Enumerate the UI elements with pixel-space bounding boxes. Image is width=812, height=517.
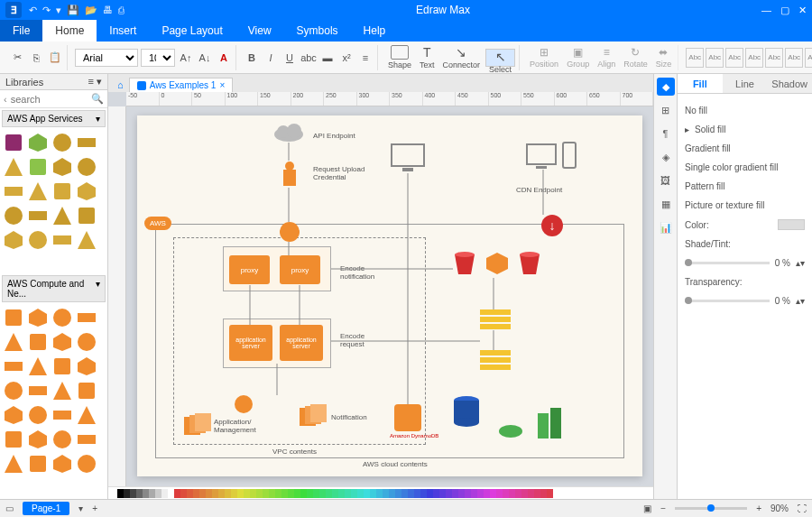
library-shape[interactable] [27, 331, 49, 353]
color-chip[interactable] [427, 489, 433, 498]
color-chip[interactable] [332, 489, 338, 498]
rotate-tool[interactable]: ↻Rotate [621, 46, 651, 69]
fill-option[interactable]: Pattern fill [685, 177, 805, 196]
library-shape[interactable] [3, 307, 24, 328]
library-shape[interactable] [76, 429, 97, 450]
style-swatch[interactable]: Abc [686, 48, 704, 68]
color-chip[interactable] [307, 489, 313, 498]
open-icon[interactable]: 📂 [85, 5, 97, 16]
color-chip[interactable] [446, 489, 452, 498]
color-chip[interactable] [225, 489, 231, 498]
library-shape[interactable] [51, 132, 73, 153]
search-icon[interactable]: 🔍 [91, 93, 104, 105]
maximize-icon[interactable]: ▢ [780, 5, 789, 16]
chart-panel-icon[interactable]: 📊 [657, 218, 675, 236]
library-shape[interactable] [3, 156, 24, 178]
undo-icon[interactable]: ↶ [29, 5, 37, 16]
library-shape[interactable] [76, 380, 97, 402]
zoom-out-icon[interactable]: − [660, 503, 666, 513]
qat-dropdown-icon[interactable]: ▾ [56, 5, 61, 16]
tab-fill[interactable]: Fill [678, 74, 723, 93]
style-swatch[interactable]: Abc [805, 48, 812, 68]
minimize-icon[interactable]: — [761, 5, 771, 16]
fill-option[interactable]: Picture or texture fill [685, 196, 805, 215]
group-tool[interactable]: ▣Group [564, 46, 592, 69]
color-chip[interactable] [237, 489, 244, 498]
color-chip[interactable] [161, 489, 168, 498]
color-chip[interactable] [414, 489, 420, 498]
library-shape[interactable] [76, 156, 97, 178]
color-chip[interactable] [364, 489, 370, 498]
library-shape[interactable] [51, 331, 73, 353]
color-chip[interactable] [124, 489, 130, 498]
fit-icon[interactable]: ▣ [643, 503, 651, 513]
library-shape[interactable] [3, 355, 24, 377]
font-color-icon[interactable]: A [216, 50, 232, 66]
library-shape[interactable] [3, 180, 24, 202]
library-shape[interactable] [27, 380, 49, 402]
library-shape[interactable] [3, 404, 24, 426]
save-icon[interactable]: 💾 [67, 5, 79, 16]
shade-slider[interactable] [685, 262, 770, 264]
color-chip[interactable] [458, 489, 465, 498]
color-chip[interactable] [155, 489, 161, 498]
menu-page-layout[interactable]: Page Layout [149, 20, 235, 42]
library-shape[interactable] [27, 355, 49, 377]
color-chip[interactable] [452, 489, 458, 498]
highlight-icon[interactable]: ▬ [319, 50, 336, 66]
library-shape[interactable] [51, 180, 73, 202]
color-chip[interactable] [490, 489, 496, 498]
category-aws-app[interactable]: AWS App Services▾ [2, 110, 106, 127]
color-chip[interactable] [294, 489, 300, 498]
tab-home-icon[interactable]: ⌂ [112, 78, 129, 92]
font-name-select[interactable]: Arial [75, 49, 138, 67]
menu-insert[interactable]: Insert [97, 20, 149, 42]
shape-tool[interactable]: Shape [385, 45, 414, 69]
cut-icon[interactable]: ✂ [9, 50, 25, 66]
library-shape[interactable] [27, 429, 49, 450]
menu-home[interactable]: Home [42, 20, 97, 42]
library-shape[interactable] [3, 331, 24, 353]
color-chip[interactable] [174, 489, 180, 498]
color-chip[interactable] [149, 489, 155, 498]
library-shape[interactable] [51, 229, 73, 251]
export-icon[interactable]: ⎙ [118, 5, 125, 16]
library-shape[interactable] [27, 205, 49, 226]
canvas[interactable]: AWS cloud contents AWS VPC contents API … [126, 106, 653, 486]
color-chip[interactable] [357, 489, 364, 498]
color-chip[interactable] [263, 489, 269, 498]
color-chip[interactable] [288, 489, 294, 498]
color-chip[interactable] [395, 489, 401, 498]
library-shape[interactable] [51, 404, 73, 426]
appserver-node[interactable]: application server [280, 325, 323, 361]
library-shape[interactable] [76, 404, 97, 426]
image-panel-icon[interactable]: 🖼 [657, 171, 675, 189]
position-tool[interactable]: ⊞Position [527, 46, 561, 69]
tab-shadow[interactable]: Shadow [767, 74, 812, 93]
color-chip[interactable] [465, 489, 471, 498]
color-chip[interactable] [547, 489, 553, 498]
library-shape[interactable] [3, 429, 24, 450]
library-shape[interactable] [76, 205, 97, 226]
connector-tool[interactable]: ↘Connector [440, 45, 484, 69]
menu-symbols[interactable]: Symbols [284, 20, 351, 42]
stepper-icon[interactable]: ▴▾ [796, 296, 805, 306]
color-chip[interactable] [420, 489, 427, 498]
redo-icon[interactable]: ↷ [42, 5, 51, 16]
underline-icon[interactable]: U [281, 50, 298, 66]
color-chip[interactable] [370, 489, 376, 498]
color-chip[interactable] [351, 489, 357, 498]
color-chip[interactable] [484, 489, 490, 498]
menu-view[interactable]: View [235, 20, 284, 42]
library-shape[interactable] [27, 132, 49, 153]
library-shape[interactable] [76, 229, 97, 251]
color-chip[interactable] [250, 489, 256, 498]
appserver-node[interactable]: application server [229, 325, 272, 361]
para-panel-icon[interactable]: ¶ [657, 125, 675, 143]
close-icon[interactable]: ✕ [798, 5, 807, 16]
library-shape[interactable] [51, 380, 73, 402]
table-panel-icon[interactable]: ▦ [657, 195, 675, 213]
library-shape[interactable] [51, 429, 73, 450]
fill-option[interactable]: ▸Solid fill [685, 120, 805, 139]
style-swatch[interactable]: Abc [765, 48, 783, 68]
